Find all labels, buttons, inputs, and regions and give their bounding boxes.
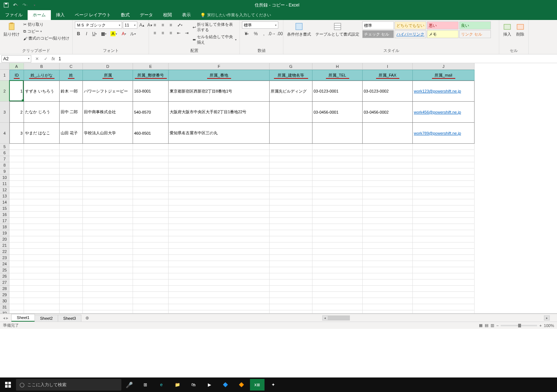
empty-cell[interactable] (133, 199, 169, 205)
empty-cell[interactable] (413, 261, 475, 267)
table-header[interactable]: 所属_mail (413, 70, 475, 81)
column-header-E[interactable]: E (133, 63, 169, 70)
tab-page-layout[interactable]: ページ レイアウト (70, 10, 116, 20)
empty-cell[interactable] (413, 168, 475, 175)
empty-cell[interactable] (270, 261, 312, 267)
table-header[interactable]: 姓_ふりがな (24, 70, 60, 81)
empty-cell[interactable] (24, 193, 60, 199)
empty-cell[interactable] (312, 193, 363, 199)
row-header-28[interactable]: 28 (0, 286, 9, 292)
empty-cell[interactable] (169, 224, 270, 230)
empty-cell[interactable] (83, 255, 133, 261)
empty-cell[interactable] (133, 218, 169, 224)
empty-cell[interactable] (60, 193, 83, 199)
empty-cell[interactable] (133, 212, 169, 218)
empty-cell[interactable] (363, 279, 413, 286)
empty-cell[interactable] (363, 144, 413, 150)
style-bad[interactable]: 悪い (427, 21, 459, 29)
table-cell[interactable]: 山田 花子 (60, 123, 83, 144)
empty-cell[interactable] (363, 193, 413, 199)
empty-cell[interactable] (24, 304, 60, 310)
empty-cell[interactable] (60, 205, 83, 212)
row-header-25[interactable]: 25 (0, 267, 9, 273)
empty-cell[interactable] (169, 156, 270, 162)
column-header-A[interactable]: A (9, 63, 24, 70)
empty-cell[interactable] (413, 236, 475, 242)
empty-cell[interactable] (169, 230, 270, 236)
empty-cell[interactable] (169, 273, 270, 279)
column-header-H[interactable]: H (312, 63, 363, 70)
empty-cell[interactable] (60, 230, 83, 236)
empty-cell[interactable] (9, 242, 24, 249)
align-bottom-button[interactable]: ≡ (167, 21, 174, 29)
empty-cell[interactable] (270, 230, 312, 236)
empty-cell[interactable] (9, 249, 24, 255)
empty-cell[interactable] (169, 310, 270, 314)
row-header-1[interactable]: 1 (0, 70, 9, 81)
table-cell[interactable]: 460-8501 (133, 123, 169, 144)
table-header[interactable]: 所属_TEL (312, 70, 363, 81)
table-cell[interactable] (363, 123, 413, 144)
empty-cell[interactable] (24, 242, 60, 249)
percent-button[interactable]: % (252, 30, 259, 37)
empty-cell[interactable] (133, 181, 169, 187)
view-normal-icon[interactable]: ▦ (479, 323, 483, 328)
empty-cell[interactable] (312, 144, 363, 150)
app-icon-3[interactable]: 🔶 (233, 377, 249, 392)
italic-button[interactable]: I (83, 30, 90, 37)
empty-cell[interactable] (363, 304, 413, 310)
paste-button[interactable]: 貼り付け (2, 21, 21, 38)
row-header-23[interactable]: 23 (0, 255, 9, 261)
empty-cell[interactable] (270, 310, 312, 314)
empty-cell[interactable] (133, 292, 169, 298)
border-button[interactable]: ▦▾ (99, 30, 108, 37)
empty-cell[interactable] (133, 261, 169, 267)
view-page-layout-icon[interactable]: ▤ (485, 323, 488, 328)
empty-cell[interactable] (413, 230, 475, 236)
empty-cell[interactable] (312, 267, 363, 273)
empty-cell[interactable] (60, 279, 83, 286)
wrap-text-button[interactable]: ↩折り返して全体を表示する (192, 21, 237, 33)
empty-cell[interactable] (312, 304, 363, 310)
empty-cell[interactable] (363, 150, 413, 156)
style-good[interactable]: 良い (459, 21, 491, 29)
table-cell[interactable]: パワーシフトジェーピー (83, 81, 133, 102)
empty-cell[interactable] (9, 224, 24, 230)
empty-cell[interactable] (133, 168, 169, 175)
row-header-2[interactable]: 2 (0, 81, 9, 102)
bold-button[interactable]: B (75, 30, 82, 37)
empty-cell[interactable] (24, 175, 60, 181)
row-header-5[interactable]: 5 (0, 144, 9, 150)
app-icon-2[interactable]: 🔷 (217, 377, 233, 392)
empty-cell[interactable] (413, 310, 475, 314)
empty-cell[interactable] (24, 273, 60, 279)
empty-cell[interactable] (363, 187, 413, 193)
row-header-17[interactable]: 17 (0, 218, 9, 224)
row-header-14[interactable]: 14 (0, 199, 9, 205)
empty-cell[interactable] (133, 304, 169, 310)
empty-cell[interactable] (60, 150, 83, 156)
empty-cell[interactable] (363, 292, 413, 298)
table-cell[interactable]: 愛知県名古屋市中区三の丸 (169, 123, 270, 144)
style-standard[interactable]: 標準 (362, 21, 394, 29)
start-button[interactable] (0, 377, 16, 392)
empty-cell[interactable] (270, 236, 312, 242)
empty-cell[interactable] (133, 310, 169, 314)
sheet-tab-Sheet1[interactable]: Sheet1 (11, 314, 35, 322)
empty-cell[interactable] (312, 249, 363, 255)
empty-cell[interactable] (312, 273, 363, 279)
empty-cell[interactable] (133, 236, 169, 242)
tab-insert[interactable]: 挿入 (51, 10, 70, 20)
empty-cell[interactable] (270, 181, 312, 187)
table-header[interactable]: ID (9, 70, 24, 81)
empty-cell[interactable] (169, 205, 270, 212)
empty-cell[interactable] (413, 144, 475, 150)
row-header-31[interactable]: 31 (0, 304, 9, 310)
empty-cell[interactable] (9, 193, 24, 199)
style-linkcell[interactable]: リンク セル (459, 30, 491, 38)
row-header-32[interactable]: 32 (0, 310, 9, 314)
empty-cell[interactable] (363, 218, 413, 224)
empty-cell[interactable] (169, 168, 270, 175)
empty-cell[interactable] (60, 249, 83, 255)
empty-cell[interactable] (24, 261, 60, 267)
